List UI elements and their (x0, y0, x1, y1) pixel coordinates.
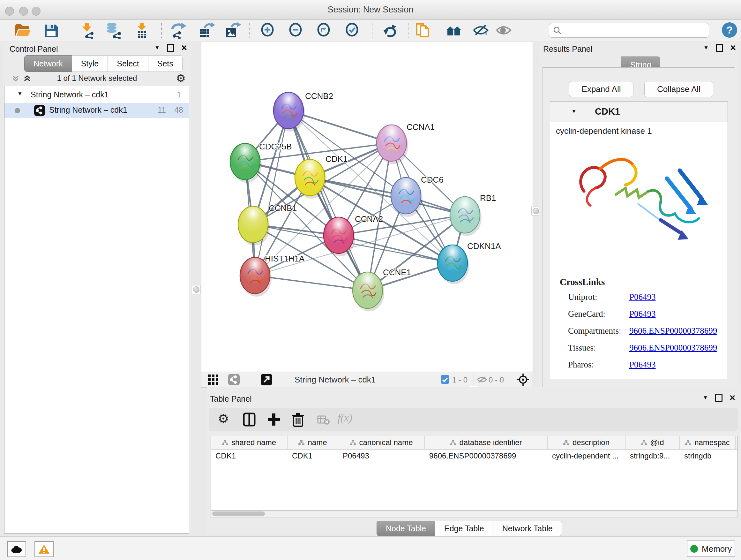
show-columns-icon[interactable] (242, 412, 257, 427)
column-header-name[interactable]: name (287, 436, 338, 449)
detach-view-icon[interactable] (261, 374, 272, 385)
import-network-file-icon[interactable] (78, 22, 96, 39)
vertical-splitter-handle[interactable] (192, 285, 201, 294)
panel-menu-icon[interactable]: ▼ (703, 395, 708, 401)
network-row[interactable]: String Network – cdk1 11 48 (4, 103, 189, 118)
node-CDC6[interactable] (391, 178, 422, 217)
tab-sets[interactable]: Sets (148, 55, 183, 72)
expand-all-button[interactable]: Expand All (569, 81, 633, 97)
delete-table-icon[interactable] (317, 415, 330, 425)
collection-label: String Network – cdk1 (30, 90, 109, 99)
zoom-in-icon[interactable] (259, 22, 276, 39)
zoom-out-icon[interactable] (286, 22, 305, 39)
crosslink-link[interactable]: P06493 (629, 292, 656, 302)
node-RB1[interactable] (450, 197, 482, 236)
table-cell[interactable]: stringdb:9... (625, 449, 680, 462)
memory-button[interactable]: Memory (687, 541, 735, 557)
table-cell[interactable]: stringdb (680, 449, 736, 462)
column-header-description[interactable]: description (548, 436, 625, 449)
cloud-sync-button[interactable] (7, 541, 26, 557)
collection-expander-icon[interactable]: ▼ (17, 91, 23, 97)
grid-view-icon[interactable] (208, 374, 219, 385)
crosslink-link[interactable]: P06493 (629, 360, 656, 370)
fit-content-crosshair-icon[interactable] (517, 373, 529, 386)
hide-selected-eye-icon[interactable] (472, 22, 489, 39)
network-graph[interactable]: CCNB2CCNA1CDC25BCDK1CDC6RB1CCNB1CCNA2CDK… (201, 42, 532, 371)
titlebar: Session: New Session (0, 0, 741, 20)
table-options-gear-icon[interactable]: ⚙ (218, 412, 233, 427)
node-CCNA1[interactable] (377, 125, 408, 164)
panel-close-icon[interactable]: × (730, 395, 735, 401)
collapse-entry-icon[interactable]: ▼ (571, 108, 577, 115)
tab-select[interactable]: Select (108, 55, 148, 72)
create-column-icon[interactable] (266, 412, 281, 427)
table-cell[interactable]: P06493 (338, 449, 425, 462)
tab-network[interactable]: Network (24, 55, 72, 72)
help-button[interactable]: ? (722, 22, 737, 38)
show-all-eye-icon[interactable] (495, 22, 513, 39)
zoom-fit-icon[interactable] (315, 22, 333, 39)
tab-edge-table[interactable]: Edge Table (435, 521, 493, 536)
node-CCNE1[interactable] (353, 272, 384, 311)
node-card-header[interactable]: ▼ CDK1 (550, 102, 728, 122)
import-network-database-icon[interactable] (105, 22, 123, 39)
column-header-id[interactable]: @id (625, 436, 680, 449)
table-cell[interactable]: cyclin-dependent ... (548, 449, 625, 462)
export-image-icon[interactable] (223, 22, 241, 39)
home-neighbors-icon[interactable] (445, 22, 463, 39)
search-input[interactable] (549, 23, 709, 38)
node-CCNA2[interactable] (324, 217, 355, 256)
table-cell[interactable]: 9606.ENSP00000378699 (425, 449, 548, 462)
panel-float-icon[interactable] (715, 394, 723, 402)
import-table-file-icon[interactable] (133, 22, 151, 39)
column-header-namespac[interactable]: namespac (680, 436, 736, 449)
hidden-eye-icon[interactable] (476, 375, 487, 384)
node-CDK1[interactable] (295, 159, 327, 199)
column-header-canonical-name[interactable]: canonical name (338, 436, 425, 449)
tab-style[interactable]: Style (72, 55, 108, 72)
export-table-icon[interactable] (197, 22, 215, 39)
table-cell[interactable]: CDK1 (211, 449, 287, 462)
node-CDC25B[interactable] (230, 143, 262, 183)
panel-float-icon[interactable] (716, 44, 723, 52)
panel-float-icon[interactable] (167, 44, 174, 52)
apply-layout-icon[interactable] (381, 22, 399, 39)
export-network-icon[interactable] (170, 22, 188, 39)
selected-checkbox-icon[interactable] (441, 375, 449, 384)
zoom-selected-icon[interactable] (343, 22, 361, 39)
table-cell[interactable]: CDK1 (287, 449, 338, 462)
column-header-database-identifier[interactable]: database identifier (425, 436, 548, 449)
tab-node-table[interactable]: Node Table (377, 521, 435, 536)
string-results-box: Expand All Collapse All ▼ CDK1 cyclin-de… (542, 67, 735, 389)
collapse-all-button[interactable]: Collapse All (644, 81, 713, 97)
crosslink-link[interactable]: P06493 (629, 309, 656, 319)
panel-close-icon[interactable]: × (181, 45, 187, 51)
column-header-shared-name[interactable]: shared name (211, 436, 287, 449)
tab-network-table[interactable]: Network Table (493, 521, 562, 536)
separator (474, 374, 474, 385)
crosslink-link[interactable]: 9606.ENSP00000378699 (629, 326, 717, 336)
panel-menu-icon[interactable]: ▼ (703, 45, 709, 51)
save-session-icon[interactable] (42, 22, 60, 39)
edge-HIST1H1A-CCNE1[interactable] (255, 275, 367, 290)
crosslink-link[interactable]: 9606.ENSP00000378699 (629, 343, 717, 353)
scrollbar-thumb[interactable] (212, 511, 265, 516)
panel-close-icon[interactable]: × (730, 45, 736, 51)
table-row[interactable]: CDK1CDK1P064939606.ENSP00000378699cyclin… (211, 449, 738, 462)
network-options-gear-icon[interactable]: ⚙ (176, 73, 186, 84)
network-birdseye-icon[interactable] (228, 374, 240, 385)
node-CDKN1A[interactable] (437, 245, 469, 284)
column-label: shared name (231, 438, 276, 447)
table-horizontal-scrollbar[interactable] (211, 510, 738, 518)
network-view[interactable]: CCNB2CCNA1CDC25BCDK1CDC6RB1CCNB1CCNA2CDK… (201, 42, 533, 388)
panel-menu-icon[interactable]: ▼ (154, 45, 160, 51)
network-collection-row[interactable]: ▼ String Network – cdk1 1 (4, 87, 189, 103)
function-builder-icon[interactable]: f(x) (338, 412, 353, 427)
node-CCNB1[interactable] (238, 206, 270, 246)
clone-network-icon[interactable] (414, 22, 431, 39)
delete-column-trash-icon[interactable] (290, 412, 306, 427)
open-session-icon[interactable] (13, 22, 31, 39)
warnings-button[interactable] (35, 541, 54, 557)
edge-CCNB2-HIST1H1A[interactable] (255, 111, 288, 275)
node-CCNB2[interactable] (273, 92, 305, 132)
